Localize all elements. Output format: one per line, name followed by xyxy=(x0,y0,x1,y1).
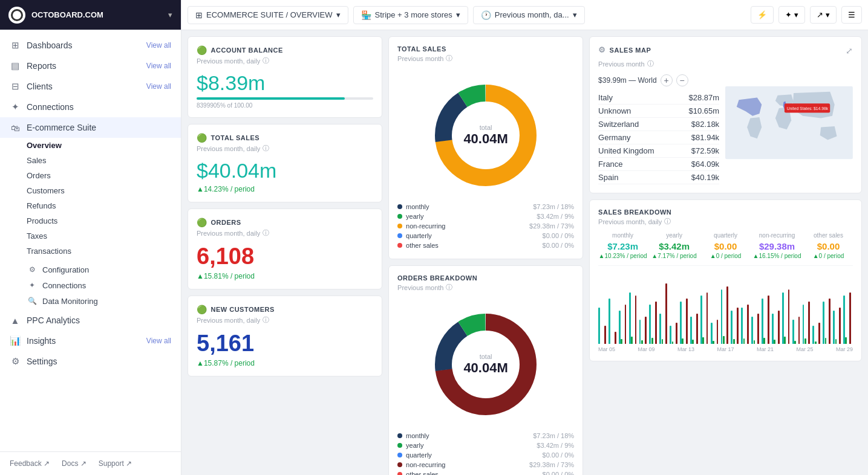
sparkle-icon: ✦ xyxy=(785,10,792,19)
main-content: ⊞ ECOMMERCE SUITE / OVERVIEW ▾ 🏪 Stripe … xyxy=(181,0,868,475)
chart-bar xyxy=(625,305,627,344)
orders-breakdown-label: total xyxy=(463,353,507,360)
sidebar-sub-connections[interactable]: ✦ Connections xyxy=(27,277,181,293)
sidebar-sub-taxes[interactable]: Taxes xyxy=(27,228,181,244)
docs-link[interactable]: Docs ↗ xyxy=(62,459,86,468)
total-sales-donut-card: TOTAL SALES Previous month ⓘ xyxy=(388,36,583,259)
sales-map-expand-icon[interactable]: ⤢ xyxy=(846,46,853,56)
store-dropdown-icon: ▾ xyxy=(456,10,460,19)
new-customers-info-icon[interactable]: ⓘ xyxy=(263,315,269,325)
chart-bar xyxy=(818,323,820,344)
chart-bar xyxy=(774,340,775,344)
sidebar-sub-sales[interactable]: Sales xyxy=(27,153,181,168)
chart-bar xyxy=(615,332,616,344)
sidebar-item-insights[interactable]: 📊 Insights View all xyxy=(0,331,181,351)
sales-breakdown-card: SALES BREAKDOWN Previous month, daily ⓘ … xyxy=(589,199,862,361)
sidebar-item-reports[interactable]: ▤ Reports View all xyxy=(0,56,181,76)
sales-breakdown-info-icon[interactable]: ⓘ xyxy=(664,217,671,226)
chart-bar xyxy=(692,340,694,344)
sales-map-visual: United States: $14.98k xyxy=(725,74,853,184)
bar-group xyxy=(711,320,720,344)
share-dropdown-icon: ▾ xyxy=(826,10,830,19)
sidebar-item-ecommerce[interactable]: 🛍 E-commerce Suite xyxy=(0,117,181,138)
new-customers-icon: 🟢 xyxy=(197,305,207,314)
chart-bar xyxy=(778,311,780,344)
dashboard-grid: 🟢 ACCOUNT BALANCE Previous month, daily … xyxy=(181,30,868,475)
sparkle-button[interactable]: ✦ ▾ xyxy=(778,6,805,24)
sales-breakdown-title: SALES BREAKDOWN xyxy=(598,208,853,216)
suite-selector[interactable]: ⊞ ECOMMERCE SUITE / OVERVIEW ▾ xyxy=(188,6,348,24)
menu-button[interactable]: ☰ xyxy=(841,6,862,24)
country-value: $10.65m xyxy=(689,106,720,115)
total-sales-metric-title: 🟢 TOTAL SALES xyxy=(197,133,373,143)
sidebar-item-ppc[interactable]: ▲ PPC Analytics xyxy=(0,310,181,331)
sidebar-label-ecommerce: E-commerce Suite xyxy=(27,123,96,132)
clients-view-all[interactable]: View all xyxy=(146,82,171,91)
sidebar-item-settings[interactable]: ⚙ Settings xyxy=(0,351,181,372)
logo-icon[interactable] xyxy=(8,7,25,24)
sidebar-item-dashboards[interactable]: ⊞ Dashboards View all xyxy=(0,35,181,56)
sales-map-country-list: $39.99m — World + − Italy $28.87mUnknown… xyxy=(598,74,719,184)
conn-label: Connections xyxy=(42,281,86,290)
middle-column: TOTAL SALES Previous month ⓘ xyxy=(388,36,583,475)
sidebar-sub-data-monitoring[interactable]: 🔍 Data Monitoring xyxy=(27,293,181,309)
new-customers-card: 🟢 NEW CUSTOMERS Previous month, daily ⓘ … xyxy=(188,296,382,376)
sales-map-remove-btn[interactable]: − xyxy=(676,74,688,86)
sales-map-add-btn[interactable]: + xyxy=(661,74,673,86)
map-country-row: Spain $40.19k xyxy=(598,171,719,184)
share-icon: ↗ xyxy=(817,10,823,19)
total-sales-donut-info-icon[interactable]: ⓘ xyxy=(446,54,452,63)
clock-icon: 🕐 xyxy=(481,10,491,20)
dashboards-view-all[interactable]: View all xyxy=(146,41,171,50)
country-name: France xyxy=(598,160,659,169)
sidebar-sub-transactions[interactable]: Transactions xyxy=(27,244,181,259)
bar-group xyxy=(690,314,700,344)
chart-bar xyxy=(662,339,664,344)
account-balance-progress-bar xyxy=(197,97,345,100)
total-sales-metric-subtitle: Previous month, daily ⓘ xyxy=(197,144,373,153)
map-country-row: Unknown $10.65m xyxy=(598,105,719,118)
sales-map-info-icon[interactable]: ⓘ xyxy=(647,59,654,68)
chart-bar xyxy=(702,337,704,344)
total-sales-donut-label: total xyxy=(463,124,507,131)
sidebar-sub-overview[interactable]: Overview xyxy=(27,138,181,153)
sales-map-card: ⚙ SALES MAP ⤢ Previous month ⓘ $39.99m —… xyxy=(589,36,862,193)
country-name: Unknown xyxy=(598,106,659,115)
total-sales-metric-info-icon[interactable]: ⓘ xyxy=(263,144,269,153)
sidebar-sub-orders[interactable]: Orders xyxy=(27,168,181,183)
sidebar-item-connections[interactable]: ✦ Connections xyxy=(0,97,181,117)
total-sales-donut-wrapper: total 40.04M xyxy=(425,75,546,196)
account-balance-icon: 🟢 xyxy=(197,45,207,55)
sidebar-sub-refunds[interactable]: Refunds xyxy=(27,198,181,213)
account-balance-progress xyxy=(197,97,373,100)
bar-group xyxy=(803,302,812,344)
sidebar-sub-customers[interactable]: Customers xyxy=(27,183,181,198)
feedback-link[interactable]: Feedback ↗ xyxy=(10,459,50,468)
sidebar-item-clients[interactable]: ⊟ Clients View all xyxy=(0,76,181,97)
sales-map-gear-icon[interactable]: ⚙ xyxy=(598,45,606,54)
account-balance-info-icon[interactable]: ⓘ xyxy=(263,56,269,65)
lightning-button[interactable]: ⚡ xyxy=(751,6,774,24)
orders-legend-monthly: monthly $7.23m / 18% xyxy=(397,431,574,441)
sidebar-label-reports: Reports xyxy=(27,61,56,71)
sidebar-sub-configuration[interactable]: ⚙ Configuration xyxy=(27,262,181,277)
bar-group xyxy=(659,283,669,344)
monitor-icon: 🔍 xyxy=(27,296,38,306)
insights-view-all[interactable]: View all xyxy=(146,337,171,345)
store-selector[interactable]: 🏪 Stripe + 3 more stores ▾ xyxy=(353,6,468,24)
map-country-row: Italy $28.87m xyxy=(598,91,719,105)
org-dropdown-icon[interactable]: ▾ xyxy=(168,10,172,19)
chart-bar xyxy=(645,317,647,344)
orders-breakdown-info-icon[interactable]: ⓘ xyxy=(446,283,452,292)
chart-bar xyxy=(743,338,745,344)
reports-view-all[interactable]: View all xyxy=(146,62,171,70)
period-selector[interactable]: 🕐 Previous month, da... ▾ xyxy=(473,6,585,24)
bar-group xyxy=(680,299,690,344)
share-button[interactable]: ↗ ▾ xyxy=(810,6,837,24)
support-link[interactable]: Support ↗ xyxy=(99,459,132,468)
orders-info-icon[interactable]: ⓘ xyxy=(263,228,269,238)
chart-bar xyxy=(782,292,784,344)
period-dropdown-icon: ▾ xyxy=(573,10,577,19)
sidebar-sub-products[interactable]: Products xyxy=(27,213,181,228)
map-country-row: Switzerland $82.18k xyxy=(598,118,719,131)
